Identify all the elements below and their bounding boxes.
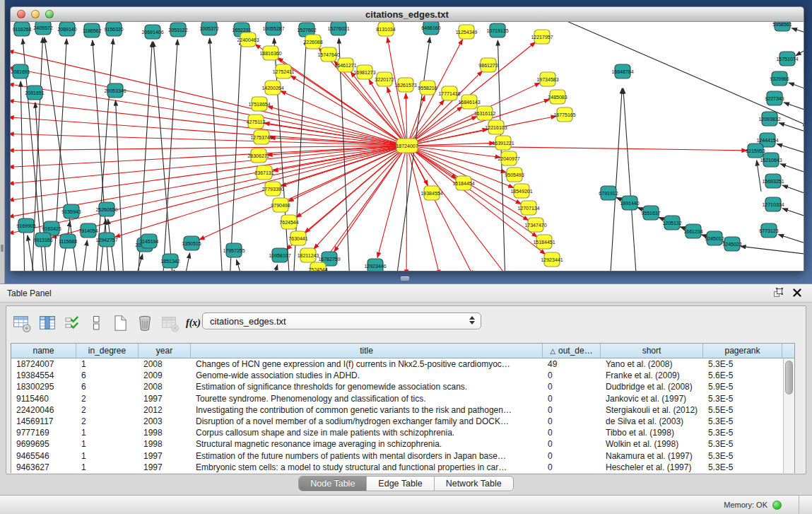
graph-node[interactable]: 4275112: [247, 115, 266, 129]
column-header-pagerank[interactable]: pagerank: [703, 344, 782, 358]
network-canvas[interactable]: 9116268240557220891401186562915632020691…: [10, 22, 804, 271]
citation-edge[interactable]: [757, 160, 761, 192]
graph-node[interactable]: 17771416: [438, 86, 460, 100]
graph-node[interactable]: 6466160: [421, 22, 440, 35]
table-row[interactable]: 969969511998Structural magnetic resonanc…: [11, 438, 794, 450]
graph-node[interactable]: 9861273: [478, 58, 498, 72]
citation-edge[interactable]: [779, 123, 804, 135]
network-window-titlebar[interactable]: citations_edges.txt: [10, 6, 804, 22]
table-source-combobox[interactable]: citations_edges.txt: [202, 313, 481, 329]
graph-node[interactable]: 3220172: [375, 72, 394, 86]
graph-node[interactable]: 8215953: [746, 144, 765, 158]
graph-node[interactable]: 22400463: [237, 33, 259, 47]
graph-node[interactable]: 12707134: [517, 201, 539, 215]
graph-node[interactable]: 20691406: [141, 25, 163, 39]
table-row[interactable]: 946554611997Estimation of the future num…: [11, 450, 794, 462]
graph-node[interactable]: 9558216: [418, 81, 437, 95]
graph-node[interactable]: 1186562: [83, 23, 102, 37]
graph-node[interactable]: 2405572: [33, 22, 52, 35]
graph-node[interactable]: 15751074: [776, 52, 798, 66]
graph-node[interactable]: 9116268: [13, 22, 32, 36]
graph-node[interactable]: 19384554: [420, 186, 442, 200]
graph-node[interactable]: 6773123: [759, 223, 778, 238]
graph-node[interactable]: 1350515: [182, 236, 201, 250]
citation-edge[interactable]: [116, 100, 124, 271]
graph-node[interactable]: 9245023: [722, 237, 741, 251]
table-row[interactable]: 2242004622012Investigating the contribut…: [11, 404, 794, 416]
citation-edge[interactable]: [407, 146, 473, 271]
citation-edge[interactable]: [11, 134, 407, 146]
graph-node[interactable]: 9329966: [770, 71, 789, 86]
graph-node[interactable]: 1205132: [662, 216, 681, 230]
graph-node[interactable]: 15747640: [317, 47, 339, 62]
column-header-name[interactable]: name: [11, 344, 76, 358]
citation-edge[interactable]: [789, 83, 804, 93]
graph-node[interactable]: 9505493: [505, 168, 524, 182]
graph-node[interactable]: 16210643: [760, 153, 782, 167]
row-selection-button[interactable]: [63, 314, 82, 333]
delete-button[interactable]: [135, 313, 155, 333]
column-header-short[interactable]: short: [601, 344, 703, 358]
citation-edge[interactable]: [610, 88, 622, 271]
graph-node[interactable]: 8131034: [376, 22, 395, 36]
graph-node[interactable]: 16846143: [458, 95, 480, 109]
graph-node[interactable]: 9155943: [61, 204, 81, 218]
citation-edge[interactable]: [777, 144, 804, 156]
table-row[interactable]: 1938455462009Genome-wide association stu…: [11, 370, 794, 381]
graph-node[interactable]: 9790498: [271, 198, 290, 212]
graph-node[interactable]: 10719135: [486, 23, 508, 37]
graph-node[interactable]: 19734583: [536, 72, 558, 86]
graph-node[interactable]: 25260650: [95, 202, 117, 216]
citation-edge[interactable]: [237, 259, 244, 271]
graph-node[interactable]: 17518654: [248, 97, 270, 111]
graph-node[interactable]: 17957255: [223, 243, 245, 257]
citation-edge[interactable]: [778, 235, 804, 247]
graph-node[interactable]: 9551637: [641, 206, 660, 220]
citation-edge[interactable]: [780, 164, 804, 176]
citation-edge[interactable]: [210, 38, 223, 271]
graph-node[interactable]: 16316112: [474, 106, 496, 120]
citation-edge[interactable]: [741, 246, 804, 255]
graph-node[interactable]: 12942757: [95, 233, 117, 247]
graph-node[interactable]: 7624544: [279, 215, 298, 229]
graph-node[interactable]: 9156320: [104, 22, 123, 36]
citation-edge[interactable]: [281, 91, 407, 146]
graph-node[interactable]: 9913166: [33, 233, 52, 247]
graph-node[interactable]: 1115688: [59, 234, 77, 248]
memory-ok-indicator-icon[interactable]: [772, 501, 782, 510]
graph-node[interactable]: 18211243: [298, 248, 319, 262]
graph-node[interactable]: 28306272: [247, 148, 269, 163]
graph-node[interactable]: 1851342: [160, 254, 180, 268]
citation-edge[interactable]: [407, 146, 507, 271]
graph-node[interactable]: 11254349: [456, 25, 478, 39]
citation-edge[interactable]: [782, 185, 804, 197]
graph-node[interactable]: 15184451: [533, 235, 555, 249]
delete-table-button[interactable]: [160, 313, 180, 334]
citation-edge[interactable]: [407, 146, 506, 173]
graph-node[interactable]: 2053122: [168, 23, 187, 37]
table-row[interactable]: 1456911722003Disruption of a novel membe…: [11, 416, 794, 427]
table-row[interactable]: 977716911998Corpus callosum shape and si…: [11, 427, 794, 438]
graph-node[interactable]: 7914054: [78, 223, 98, 238]
graph-hub-node[interactable]: 18724007: [396, 139, 418, 153]
graph-node[interactable]: 18775165: [553, 107, 575, 122]
graph-node[interactable]: 15276021: [327, 22, 349, 35]
graph-node[interactable]: 12753745: [250, 130, 272, 144]
graph-node[interactable]: 14200264: [261, 81, 283, 95]
graph-node[interactable]: 2081691: [11, 64, 30, 78]
citation-edge[interactable]: [163, 40, 177, 271]
column-header-title[interactable]: title: [191, 344, 543, 358]
graph-node[interactable]: 12093832: [758, 112, 780, 126]
citation-edge[interactable]: [174, 270, 180, 271]
graph-node[interactable]: 2485083: [548, 90, 567, 104]
table-row[interactable]: 911546021997Tourette syndrome. Phenomeno…: [11, 393, 794, 404]
close-panel-button[interactable]: [792, 288, 802, 298]
graph-node[interactable]: 6791912: [599, 186, 618, 200]
graph-node[interactable]: 17347470: [524, 218, 546, 232]
graph-node[interactable]: 16261573: [394, 78, 416, 92]
graph-node[interactable]: 18549201: [510, 184, 532, 198]
table-settings-button[interactable]: [12, 313, 33, 334]
left-panel-collapse-strip[interactable]: [0, 0, 5, 284]
graph-node[interactable]: 7524544: [308, 262, 327, 271]
citation-network-graph[interactable]: 9116268240557220891401186562915632020691…: [11, 22, 804, 271]
